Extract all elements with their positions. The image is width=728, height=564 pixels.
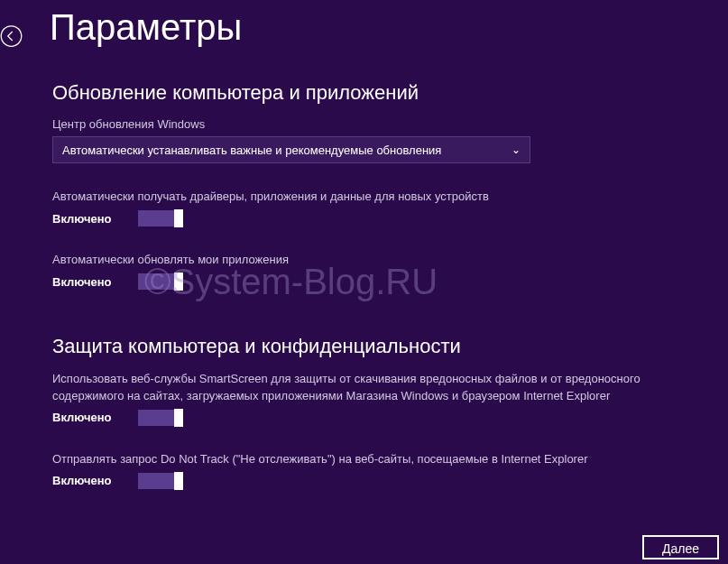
next-button[interactable]: Далее bbox=[642, 535, 719, 559]
toggle-status-label: Включено bbox=[52, 275, 120, 289]
section-security: Защита компьютера и конфиденциальности И… bbox=[52, 335, 701, 489]
toggle-smartscreen[interactable] bbox=[138, 410, 183, 426]
windows-update-label: Центр обновления Windows bbox=[52, 117, 701, 131]
toggle-auto-drivers[interactable] bbox=[138, 210, 183, 227]
update-mode-dropdown[interactable]: Автоматически устанавливать важные и рек… bbox=[52, 136, 530, 163]
section-updates: Обновление компьютера и приложений Центр… bbox=[52, 81, 701, 290]
setting-smartscreen: Использовать веб-службы SmartScreen для … bbox=[52, 371, 701, 425]
setting-auto-drivers: Автоматически получать драйверы, приложе… bbox=[52, 189, 701, 227]
back-arrow-icon bbox=[0, 18, 23, 54]
toggle-status-label: Включено bbox=[52, 474, 120, 487]
dropdown-selected-value: Автоматически устанавливать важные и рек… bbox=[62, 143, 441, 157]
setting-description: Использовать веб-службы SmartScreen для … bbox=[52, 371, 701, 403]
setting-description: Отправлять запрос Do Not Track ("Не отсл… bbox=[52, 451, 701, 467]
setting-description: Автоматически обновлять мои приложения bbox=[52, 252, 701, 268]
chevron-down-icon: ⌄ bbox=[511, 143, 521, 156]
toggle-do-not-track[interactable] bbox=[138, 473, 183, 489]
section-title-security: Защита компьютера и конфиденциальности bbox=[52, 335, 701, 358]
svg-point-0 bbox=[1, 26, 22, 47]
toggle-status-label: Включено bbox=[52, 411, 120, 424]
setting-auto-update-apps: Автоматически обновлять мои приложения В… bbox=[52, 252, 701, 290]
back-button[interactable] bbox=[0, 18, 23, 54]
toggle-auto-update-apps[interactable] bbox=[138, 273, 183, 290]
section-title-updates: Обновление компьютера и приложений bbox=[52, 81, 701, 105]
setting-do-not-track: Отправлять запрос Do Not Track ("Не отсл… bbox=[52, 451, 701, 489]
page-title: Параметры bbox=[50, 7, 242, 48]
toggle-status-label: Включено bbox=[52, 212, 120, 226]
setting-description: Автоматически получать драйверы, приложе… bbox=[52, 189, 701, 205]
